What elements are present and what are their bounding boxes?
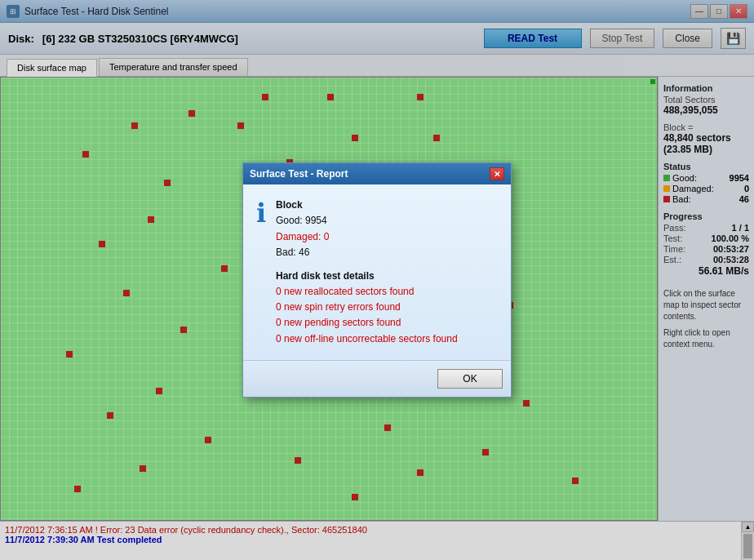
- dialog-title: Surface Test - Report: [250, 168, 348, 180]
- dialog-title-bar: Surface Test - Report ✕: [243, 163, 511, 184]
- ok-button[interactable]: OK: [437, 369, 503, 389]
- error-line-0: 0 new reallocated sectors found: [276, 284, 458, 300]
- dialog-footer: OK: [243, 360, 511, 397]
- dialog-damaged: Damaged: 0: [276, 229, 458, 245]
- dialog-good: Good: 9954: [276, 213, 458, 229]
- dialog-overlay: Surface Test - Report ✕ ℹ Block Good: 99…: [0, 0, 754, 560]
- hd-details-title: Hard disk test details: [276, 269, 458, 284]
- dialog-close-button[interactable]: ✕: [490, 167, 504, 180]
- error-line-1: 0 new spin retry errors found: [276, 300, 458, 315]
- error-line-3: 0 new off-line uncorrectable sectors fou…: [276, 331, 458, 347]
- dialog-content: ℹ Block Good: 9954 Damaged: 0 Bad: 46 Ha…: [256, 198, 498, 347]
- report-dialog: Surface Test - Report ✕ ℹ Block Good: 99…: [242, 162, 512, 398]
- dialog-body: ℹ Block Good: 9954 Damaged: 0 Bad: 46 Ha…: [243, 184, 511, 360]
- block-title: Block: [276, 198, 458, 213]
- dialog-info-icon: ℹ: [256, 198, 266, 347]
- dialog-text: Block Good: 9954 Damaged: 0 Bad: 46 Hard…: [276, 198, 458, 347]
- error-line-2: 0 new pending sectors found: [276, 315, 458, 331]
- dialog-bad: Bad: 46: [276, 245, 458, 260]
